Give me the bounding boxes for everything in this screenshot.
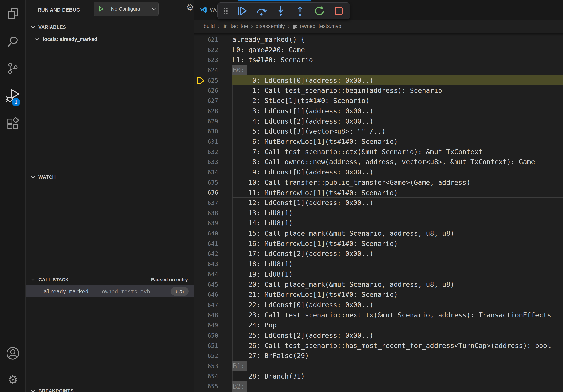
gutter-glyph-margin[interactable]: [194, 96, 205, 106]
call-stack-frame-row[interactable]: already_marked owned_tests.mvb 625: [26, 285, 194, 298]
line-number[interactable]: 652: [205, 351, 218, 361]
line-number[interactable]: 648: [205, 310, 218, 320]
line-number[interactable]: 639: [205, 218, 218, 228]
step-into-button[interactable]: [272, 4, 289, 18]
breadcrumb-item-file[interactable]: owned_tests.mvb: [300, 23, 341, 29]
code-line[interactable]: 621already_marked() {: [194, 35, 563, 45]
line-number[interactable]: 630: [205, 126, 218, 137]
code-line[interactable]: 648 23: Call test_scenario::next_tx(&mut…: [194, 310, 563, 320]
gutter-glyph-margin[interactable]: [194, 249, 205, 259]
gutter-glyph-margin[interactable]: [194, 55, 205, 65]
breakpoints-section-header[interactable]: BREAKPOINTS: [26, 385, 194, 392]
code-line[interactable]: 642 17: LdConst[2](address: 0x00..): [194, 249, 563, 259]
sidebar-item-source-control[interactable]: [0, 57, 26, 79]
code-line[interactable]: 635 10: Call transfer::public_transfer<G…: [194, 177, 563, 188]
line-number[interactable]: 641: [205, 239, 218, 249]
line-number[interactable]: 636: [205, 187, 218, 198]
code-line[interactable]: 634 9: LdConst[0](address: 0x00..): [194, 167, 563, 177]
gutter-glyph-margin[interactable]: [194, 259, 205, 269]
gutter-glyph-margin[interactable]: [194, 228, 205, 239]
code-line[interactable]: 643 18: LdU8(1): [194, 259, 563, 269]
line-number[interactable]: 637: [205, 198, 218, 208]
gutter-glyph-margin[interactable]: [194, 320, 205, 330]
gutter-glyph-margin[interactable]: [194, 65, 205, 75]
code-line[interactable]: 632 7: Call test_scenario::ctx(&mut Scen…: [194, 147, 563, 157]
code-line[interactable]: 641 16: MutBorrowLoc[1](ts#1#0: Scenario…: [194, 239, 563, 249]
continue-button[interactable]: [234, 4, 250, 18]
code-line[interactable]: 651 26: Call test_scenario::has_most_rec…: [194, 341, 563, 351]
variables-scope-row[interactable]: locals: already_marked: [26, 34, 194, 45]
line-number[interactable]: 654: [205, 371, 218, 381]
line-number[interactable]: 644: [205, 269, 218, 279]
debug-settings-gear-icon[interactable]: ⚙: [186, 3, 194, 12]
breadcrumb-item-tic-tac-toe[interactable]: tic_tac_toe: [222, 23, 248, 29]
gutter-glyph-margin[interactable]: [194, 157, 205, 167]
gutter-glyph-margin[interactable]: [194, 330, 205, 341]
line-number[interactable]: 624: [205, 65, 218, 75]
line-number[interactable]: 626: [205, 85, 218, 96]
step-out-button[interactable]: [292, 4, 308, 18]
code-line[interactable]: 650 25: LdConst[2](address: 0x00..): [194, 330, 563, 341]
code-line[interactable]: 645 20: Call place_mark(&mut Scenario, a…: [194, 279, 563, 290]
code-line[interactable]: 623L1: ts#1#0: Scenario: [194, 55, 563, 65]
gutter-glyph-margin[interactable]: [194, 116, 205, 127]
line-number[interactable]: 638: [205, 208, 218, 218]
gutter-glyph-margin[interactable]: [194, 187, 205, 198]
code-line[interactable]: 626 1: Call test_scenario::begin(address…: [194, 85, 563, 96]
sidebar-item-run-and-debug[interactable]: 1: [0, 85, 26, 107]
account-button[interactable]: [0, 342, 26, 364]
breadcrumb-item-disassembly[interactable]: disassembly: [256, 23, 285, 29]
code-line[interactable]: 622L0: game#2#0: Game: [194, 45, 563, 55]
line-number[interactable]: 642: [205, 249, 218, 259]
sidebar-item-search[interactable]: [0, 31, 26, 52]
line-number[interactable]: 647: [205, 300, 218, 310]
gutter-glyph-margin[interactable]: [194, 361, 205, 371]
code-line[interactable]: 654 28: Branch(31): [194, 371, 563, 381]
line-number[interactable]: 651: [205, 341, 218, 351]
line-number[interactable]: 621: [205, 35, 218, 45]
call-stack-section-header[interactable]: CALL STACK Paused on entry: [26, 274, 194, 285]
code-line[interactable]: 628 3: LdConst[1](address: 0x00..): [194, 106, 563, 116]
line-number[interactable]: 646: [205, 289, 218, 300]
line-number[interactable]: 634: [205, 167, 218, 177]
gutter-glyph-margin[interactable]: [194, 218, 205, 228]
gutter-glyph-margin[interactable]: [194, 147, 205, 157]
restart-button[interactable]: [311, 4, 328, 18]
gutter-glyph-margin[interactable]: [194, 381, 205, 392]
toolbar-drag-handle[interactable]: [220, 4, 231, 18]
line-number[interactable]: 629: [205, 116, 218, 127]
line-number[interactable]: 628: [205, 106, 218, 116]
code-line[interactable]: 636 11: MutBorrowLoc[1](ts#1#0: Scenario…: [194, 187, 563, 198]
line-number[interactable]: 625: [205, 75, 218, 86]
code-line[interactable]: 630 5: LdConst[3](vector<u8>: "" /..): [194, 126, 563, 137]
gutter-glyph-margin[interactable]: [194, 167, 205, 177]
step-over-button[interactable]: [253, 4, 270, 18]
line-number[interactable]: 640: [205, 228, 218, 239]
gutter-glyph-margin[interactable]: [194, 310, 205, 320]
variables-section-header[interactable]: VARIABLES: [26, 22, 194, 33]
line-number[interactable]: 632: [205, 147, 218, 157]
gutter-glyph-margin[interactable]: [194, 208, 205, 218]
code-line[interactable]: 633 8: Call owned::new(address, address,…: [194, 157, 563, 167]
stop-button[interactable]: [331, 4, 347, 18]
gutter-glyph-margin[interactable]: [194, 85, 205, 96]
code-line[interactable]: 627 2: StLoc[1](ts#1#0: Scenario): [194, 96, 563, 106]
gutter-glyph-margin[interactable]: [194, 300, 205, 310]
sidebar-item-extensions[interactable]: [0, 113, 26, 134]
line-number[interactable]: 631: [205, 137, 218, 147]
gutter-glyph-margin[interactable]: [194, 269, 205, 279]
code-line[interactable]: 647 22: LdConst[0](address: 0x00..): [194, 300, 563, 310]
code-line[interactable]: 637 12: LdConst[1](address: 0x00..): [194, 198, 563, 208]
gutter-glyph-margin[interactable]: [194, 351, 205, 361]
code-line[interactable]: 624B0:: [194, 65, 563, 75]
code-line[interactable]: 655B2:: [194, 381, 563, 392]
start-debug-button[interactable]: [94, 2, 108, 16]
line-number[interactable]: 623: [205, 55, 218, 65]
code-line[interactable]: 649 24: Pop: [194, 320, 563, 330]
code-line[interactable]: 646 21: MutBorrowLoc[1](ts#1#0: Scenario…: [194, 289, 563, 300]
settings-button[interactable]: ⚙: [0, 369, 26, 391]
code-line[interactable]: 638 13: LdU8(1): [194, 208, 563, 218]
gutter-glyph-margin[interactable]: [194, 106, 205, 116]
code-line[interactable]: 652 27: BrFalse(29): [194, 351, 563, 361]
code-line[interactable]: 639 14: LdU8(1): [194, 218, 563, 228]
